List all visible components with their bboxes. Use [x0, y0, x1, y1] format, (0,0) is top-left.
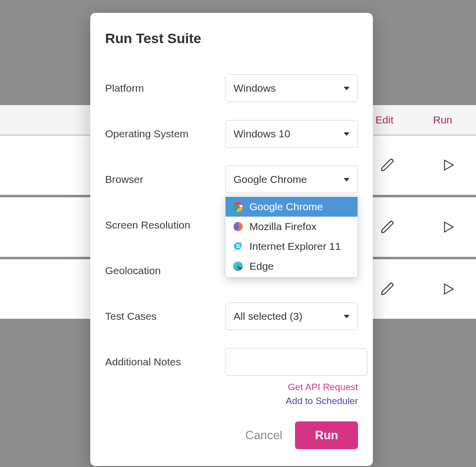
browser-option-firefox[interactable]: Mozilla Firefox: [226, 217, 357, 236]
browser-option-chrome[interactable]: Google Chrome: [226, 197, 357, 217]
select-browser-value: Google Chrome: [234, 174, 307, 185]
chrome-icon: [233, 201, 243, 212]
play-icon: [441, 282, 456, 296]
browser-option-label: Mozilla Firefox: [249, 221, 316, 233]
select-os[interactable]: Windows 10: [225, 120, 358, 148]
label-notes: Additional Notes: [105, 356, 225, 368]
browser-option-edge[interactable]: Edge: [226, 256, 357, 276]
ie-icon: [233, 241, 243, 252]
add-to-scheduler-link[interactable]: Add to Scheduler: [286, 396, 358, 407]
modal-footer: Cancel Run: [105, 421, 358, 449]
firefox-icon: [233, 221, 243, 232]
label-platform: Platform: [105, 82, 225, 94]
select-os-value: Windows 10: [234, 128, 290, 140]
modal-title: Run Test Suite: [105, 31, 358, 47]
select-platform[interactable]: Windows: [225, 74, 358, 102]
label-geolocation: Geolocation: [105, 265, 225, 277]
browser-option-ie[interactable]: Internet Explorer 11: [226, 236, 357, 256]
caret-down-icon: [344, 178, 350, 181]
run-button[interactable]: [440, 157, 456, 173]
select-browser[interactable]: Google Chrome: [225, 166, 358, 193]
browser-dropdown: Google Chrome Mozilla Firefox Internet E…: [225, 195, 358, 278]
field-browser: Browser Google Chrome Google Chrome: [105, 166, 358, 193]
select-platform-value: Windows: [234, 82, 276, 94]
label-testcases: Test Cases: [105, 310, 225, 322]
run-button[interactable]: [440, 219, 456, 235]
field-testcases: Test Cases All selected (3): [105, 302, 358, 330]
edit-button[interactable]: [380, 281, 396, 297]
notes-input[interactable]: [225, 348, 367, 376]
field-notes: Additional Notes: [105, 348, 358, 376]
select-testcases[interactable]: All selected (3): [225, 302, 358, 330]
caret-down-icon: [344, 315, 350, 318]
play-icon: [441, 158, 456, 173]
label-os: Operating System: [105, 128, 225, 140]
browser-option-label: Edge: [249, 260, 274, 272]
edit-button[interactable]: [380, 157, 396, 173]
run-test-suite-modal: Run Test Suite Platform Windows Operatin…: [90, 13, 373, 466]
modal-links: Get API Request Add to Scheduler: [105, 382, 358, 407]
cancel-button[interactable]: Cancel: [245, 428, 283, 442]
caret-down-icon: [344, 87, 350, 90]
select-testcases-value: All selected (3): [234, 310, 302, 322]
bg-col-run[interactable]: Run: [433, 114, 452, 126]
get-api-request-link[interactable]: Get API Request: [288, 382, 358, 393]
browser-option-label: Internet Explorer 11: [249, 240, 341, 252]
run-button[interactable]: Run: [295, 421, 358, 449]
bg-col-edit[interactable]: Edit: [375, 114, 393, 126]
pencil-icon: [380, 220, 395, 234]
browser-option-label: Google Chrome: [249, 201, 323, 213]
label-resolution: Screen Resolution: [105, 219, 225, 231]
pencil-icon: [380, 282, 395, 296]
pencil-icon: [380, 158, 395, 173]
play-icon: [441, 220, 456, 234]
field-os: Operating System Windows 10: [105, 120, 358, 148]
label-browser: Browser: [105, 174, 225, 185]
field-platform: Platform Windows: [105, 74, 358, 102]
edit-button[interactable]: [380, 219, 396, 235]
edge-icon: [233, 261, 243, 272]
caret-down-icon: [344, 132, 350, 136]
run-button[interactable]: [440, 281, 456, 297]
